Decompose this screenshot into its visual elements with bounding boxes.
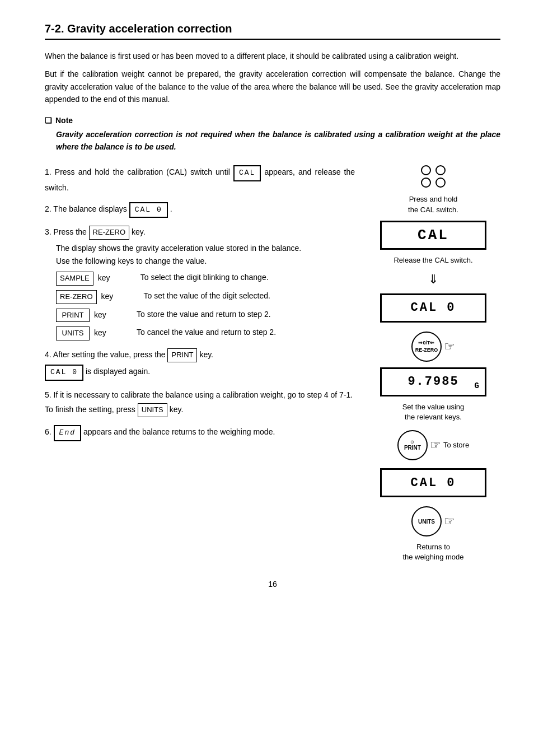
key-sample: SAMPLE xyxy=(56,272,93,286)
step5-number: 5. xyxy=(45,390,51,399)
step6-display: End xyxy=(54,425,81,441)
note-section: Note Gravity acceleration correction is … xyxy=(45,116,500,153)
rc-cal0-display: CAL 0 xyxy=(380,293,486,323)
press-hold-label: Press and hold the CAL switch. xyxy=(408,194,458,214)
switch-circle-2 xyxy=(435,165,446,175)
step5-key: UNITS xyxy=(138,403,167,417)
units-button[interactable]: UNITS xyxy=(411,506,442,536)
step4-display: CAL 0 xyxy=(45,365,83,381)
step2-dot: . xyxy=(170,204,172,213)
step3-number: 3. xyxy=(45,227,51,236)
step3-desc2: Use the following keys to change the val… xyxy=(56,255,355,267)
switch-circle-1 xyxy=(421,165,431,175)
step5-text2: To finish the setting, press xyxy=(45,405,135,414)
step3-text2: key. xyxy=(132,227,146,236)
hand-icon-units: ☞ xyxy=(444,514,455,529)
top-switches xyxy=(421,165,446,188)
key-desc-units: To cancel the value and return to step 2… xyxy=(137,326,355,338)
step-6: 6. End appears and the balance returns t… xyxy=(45,425,355,441)
step3-desc1: The display shows the gravity accelerati… xyxy=(56,242,355,254)
to-store-label: To store xyxy=(443,440,469,450)
print-button-group: ⊙ PRINT ☞ To store xyxy=(397,430,469,460)
left-column: 1. Press and hold the calibration (CAL) … xyxy=(45,165,355,562)
gravity-value: 9.7985 xyxy=(407,375,458,389)
units-button-group: UNITS ☞ xyxy=(411,506,455,536)
step-1: 1. Press and hold the calibration (CAL) … xyxy=(45,165,355,194)
key-word-print: key xyxy=(92,309,137,321)
gravity-display: 9.7985 G xyxy=(380,367,486,396)
note-italic-text: Gravity acceleration correction is not r… xyxy=(56,128,500,153)
print-icon: ⊙ xyxy=(410,440,414,445)
key-row-units: UNITS key To cancel the value and return… xyxy=(56,326,355,340)
step2-text: The balance displays xyxy=(53,204,127,213)
intro-para1: When the balance is first used or has be… xyxy=(45,50,500,62)
key-word-sample: key xyxy=(96,272,140,284)
step6-number: 6. xyxy=(45,427,51,436)
step4-text1: After setting the value, press the xyxy=(53,350,166,359)
set-value-label: Set the value using the relevant keys. xyxy=(402,402,465,422)
rc-cal0-text2: CAL 0 xyxy=(410,476,456,490)
down-arrow: ⇓ xyxy=(428,272,438,287)
print-label: PRINT xyxy=(404,445,421,451)
key-row-sample: SAMPLE key To select the digit blinking … xyxy=(56,272,355,286)
step2-display: CAL 0 xyxy=(129,202,168,218)
step6-text1: appears and the balance returns to the w… xyxy=(83,427,275,436)
step3-text1: Press the xyxy=(54,227,87,236)
rc-cal-display: CAL xyxy=(380,221,486,250)
key-units: UNITS xyxy=(56,326,90,340)
key-desc-print: To store the value and return to step 2. xyxy=(137,309,355,320)
release-cal-label: Release the CAL switch. xyxy=(394,255,472,265)
step2-number: 2. xyxy=(45,204,51,213)
hand-icon-print: ☞ xyxy=(430,438,441,452)
step-4: 4. After setting the value, press the PR… xyxy=(45,348,355,381)
intro-para2: But if the calibration weight cannot be … xyxy=(45,68,500,105)
step5-text3: key. xyxy=(170,405,184,414)
rc-cal-text: CAL xyxy=(418,227,449,244)
page-number: 16 xyxy=(45,580,500,589)
returns-label: Returns to the weighing mode xyxy=(402,542,463,562)
page-title: 7-2. Gravity acceleration correction xyxy=(45,22,500,40)
key-desc-sample: To select the digit blinking to change. xyxy=(140,272,355,283)
main-content: 1. Press and hold the calibration (CAL) … xyxy=(45,165,500,562)
step4-text2: key. xyxy=(199,350,213,359)
key-word-units: key xyxy=(92,326,137,339)
step-2: 2. The balance displays CAL 0 . xyxy=(45,202,355,218)
key-rezero: RE-ZERO xyxy=(56,290,97,304)
hand-icon-rezero: ☞ xyxy=(444,339,455,354)
rezero-label: RE-ZERO xyxy=(415,347,438,353)
key-word-rezero: key xyxy=(99,290,144,302)
rc-cal0-text: CAL 0 xyxy=(410,301,456,315)
key-row-print: PRINT key To store the value and return … xyxy=(56,309,355,323)
switch-circle-3 xyxy=(421,178,431,188)
step-3: 3. Press the RE-ZERO key. The display sh… xyxy=(45,226,355,340)
step4-text3: is displayed again. xyxy=(86,367,150,376)
note-label: Note xyxy=(45,116,500,125)
step3-key: RE-ZERO xyxy=(89,226,130,240)
rezero-button-group: ⇒0/T⇐ RE-ZERO ☞ xyxy=(411,332,455,362)
key-row-rezero: RE-ZERO key To set the value of the digi… xyxy=(56,290,355,304)
step4-key: PRINT xyxy=(167,348,197,362)
key-table: SAMPLE key To select the digit blinking … xyxy=(56,272,355,340)
rezero-button[interactable]: ⇒0/T⇐ RE-ZERO xyxy=(411,332,442,362)
step1-display: CAL xyxy=(233,165,261,181)
rezero-arrows: ⇒0/T⇐ xyxy=(418,340,434,346)
rc-cal0-display2: CAL 0 xyxy=(380,468,486,497)
step1-text: Press and hold the calibration (CAL) swi… xyxy=(55,167,230,176)
gravity-unit: G xyxy=(475,381,480,390)
right-column: Press and hold the CAL switch. CAL Relea… xyxy=(366,165,500,562)
step4-number: 4. xyxy=(45,350,51,359)
units-label: UNITS xyxy=(418,519,435,525)
key-desc-rezero: To set the value of the digit selected. xyxy=(144,290,355,302)
print-button[interactable]: ⊙ PRINT xyxy=(397,430,428,460)
step1-number: 1. xyxy=(45,167,51,176)
key-print: PRINT xyxy=(56,309,90,323)
step5-text1: If it is necessary to calibrate the bala… xyxy=(54,390,353,399)
step-5: 5. If it is necessary to calibrate the b… xyxy=(45,389,355,417)
switch-circle-4 xyxy=(435,178,446,188)
